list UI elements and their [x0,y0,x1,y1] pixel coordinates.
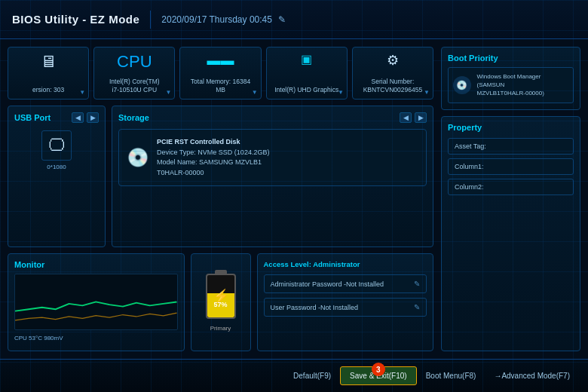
property-column1-label: Column1: [455,163,484,170]
property-section: Property Asset Tag: Column1: Column2: [441,116,580,351]
card-version[interactable]: 🖥 ersion: 303 ▼ [8,47,89,100]
battery-top [215,270,227,274]
usb-nav: ◀ ▶ [72,112,99,123]
card-graphics[interactable]: ▣ Intel(R) UHD Graphics ▼ [266,47,348,100]
property-asset-tag: Asset Tag: [448,138,574,155]
serial-icon: ⚙ [387,54,399,67]
system-cards-row: 🖥 ersion: 303 ▼ CPU Intel(R) Core(TM)i7-… [8,47,433,100]
property-column2-label: Column2: [455,183,484,191]
usb-prev-button[interactable]: ◀ [72,112,84,123]
access-section: Access Level: Administrator Administrato… [257,253,434,351]
header: BIOS Utility - EZ Mode 2020/09/17 Thursd… [0,0,588,39]
usb-device-icon: 🖵 [41,130,72,161]
storage-next-button[interactable]: ▶ [415,112,427,123]
card-serial-text: Serial Number:KBNTCVN00296455 [363,78,422,94]
monitor-title: Monitor [14,260,178,269]
middle-row: USB Port ◀ ▶ 🖵 0*1080 Storage ◀ [8,106,433,247]
property-column2: Column2: [448,179,574,195]
ram-icon: ▬▬ [207,54,234,67]
graphics-icon: ▣ [301,54,312,66]
edit-icon[interactable]: ✎ [278,14,286,25]
disk-device-type: Device Type: NVMe SSD (1024.2GB) [157,148,269,158]
property-column1: Column1: [448,158,574,175]
usb-resolution: 0*1080 [47,164,66,170]
card-cpu-arrow: ▼ [165,89,171,96]
property-title: Property [448,123,574,132]
card-memory-arrow: ▼ [252,89,258,96]
left-panel: 🖥 ersion: 303 ▼ CPU Intel(R) Core(TM)i7-… [0,39,441,359]
battery-section: ⚡ 57% Primary [191,253,251,351]
battery-percent: 57% [207,301,234,308]
battery-visual: ⚡ 57% [206,274,236,319]
header-divider [150,11,151,29]
cpu-icon: CPU [117,54,152,70]
usb-header: USB Port ◀ ▶ [14,112,99,123]
header-datetime: 2020/09/17 Thursday 00:45 [161,14,272,25]
disk-model-name: Model Name: SAMSUNG MZVLB1 [157,158,269,168]
property-asset-label: Asset Tag: [455,142,486,150]
notification-badge: 3 [372,363,385,376]
disk-type: PCIE RST Controlled Disk [157,137,269,148]
monitor-stats: CPU 53°C 980mV [14,335,178,341]
battery-label: Primary [210,325,231,332]
advanced-mode-button[interactable]: →Advanced Mode(F7) [485,367,579,384]
admin-password-item[interactable]: Administrator Password -Not Installed ✎ [264,274,427,293]
access-level: Access Level: Administrator [264,260,427,268]
battery-container: ⚡ 57% [206,274,236,319]
boot-disk-icon: 💿 [453,76,471,94]
storage-header: Storage ◀ ▶ [118,112,427,123]
disk-icon: 💿 [127,147,149,168]
user-password-item[interactable]: User Password -Not Installed ✎ [264,298,427,317]
motherboard-icon: 🖥 [40,54,57,70]
boot-menu-button[interactable]: Boot Menu(F8) [417,367,485,384]
main-area: 🖥 ersion: 303 ▼ CPU Intel(R) Core(TM)i7-… [0,39,588,359]
monitor-section: Monitor CPU 53°C 980mV [8,253,185,351]
card-version-arrow: ▼ [79,89,85,96]
monitor-row: Monitor CPU 53°C 980mV ⚡ 57% [8,253,433,351]
card-serial[interactable]: ⚙ Serial Number:KBNTCVN00296455 ▼ [352,47,433,100]
boot-info: Windows Boot Manager (SAMSUNMZVLB1T0HALR… [477,72,569,98]
usb-section: USB Port ◀ ▶ 🖵 0*1080 [8,106,106,247]
storage-prev-button[interactable]: ◀ [400,112,412,123]
boot-priority-title: Boot Priority [448,54,574,63]
footer: Default(F9) 3 Save & Exit(F10) Boot Menu… [0,359,588,392]
usb-next-button[interactable]: ▶ [87,112,99,123]
graph-svg [15,274,177,329]
card-graphics-arrow: ▼ [338,89,344,96]
boot-item[interactable]: 💿 Windows Boot Manager (SAMSUNMZVLB1T0HA… [448,67,574,103]
card-graphics-text: Intel(R) UHD Graphics [274,86,338,94]
right-panel: Boot Priority 💿 Windows Boot Manager (SA… [441,39,588,359]
storage-nav: ◀ ▶ [400,112,427,123]
card-serial-arrow: ▼ [424,89,430,96]
user-edit-icon[interactable]: ✎ [414,303,420,311]
disk-model-suffix: T0HALR-00000 [157,168,269,179]
card-memory-text: Total Memory: 16384MB [191,78,250,94]
card-memory[interactable]: ▬▬ Total Memory: 16384MB ▼ [179,47,261,100]
boot-menu-label: Boot Menu(F8) [426,372,476,380]
card-version-text: ersion: 303 [32,86,64,94]
storage-title: Storage [118,113,149,122]
storage-disk-item: 💿 PCIE RST Controlled Disk Device Type: … [118,129,427,186]
app-title: BIOS Utility - EZ Mode [12,13,139,26]
card-cpu-text: Intel(R) Core(TM)i7-10510U CPU [109,78,160,94]
storage-section: Storage ◀ ▶ 💿 PCIE RST Controlled Disk D… [112,106,433,247]
usb-content: 🖵 0*1080 [14,130,99,170]
default-label: Default(F9) [293,372,331,380]
disk-info: PCIE RST Controlled Disk Device Type: NV… [157,137,269,178]
boot-priority-section: Boot Priority 💿 Windows Boot Manager (SA… [441,47,580,110]
advanced-mode-label: →Advanced Mode(F7) [494,372,570,380]
user-password-text: User Password -Not Installed [271,304,359,311]
default-button[interactable]: Default(F9) [284,367,340,384]
card-cpu[interactable]: CPU Intel(R) Core(TM)i7-10510U CPU ▼ [93,47,175,100]
admin-edit-icon[interactable]: ✎ [414,280,420,288]
save-exit-button[interactable]: 3 Save & Exit(F10) [340,366,417,385]
admin-password-text: Administrator Password -Not Installed [271,280,384,288]
cpu-graph [14,274,178,330]
usb-title: USB Port [14,113,51,122]
